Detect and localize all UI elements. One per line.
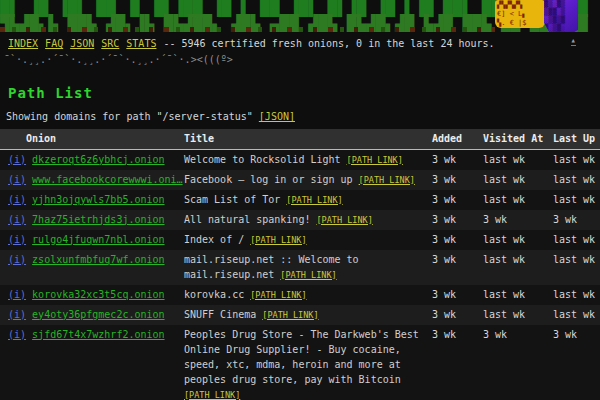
onion-link[interactable]: korovka32xc3t5cq.onion — [32, 289, 164, 300]
info-link[interactable]: (i) — [8, 174, 26, 185]
subtitle-text: Showing domains for path "/server-status… — [6, 111, 253, 122]
info-link[interactable]: (i) — [8, 254, 26, 265]
site-title: All natural spanking! — [184, 214, 316, 225]
onion-cell: (i) rulgo4jfuqwn7nbl.onion — [0, 230, 184, 250]
onion-cell: (i) sjfd67t4x7wzhrf2.onion — [0, 325, 184, 400]
title-cell: All natural spanking! [PATH LINK] — [184, 210, 428, 230]
onion-cell: (i) korovka32xc3t5cq.onion — [0, 285, 184, 305]
table-header-row: Onion Title Added Visited At Last Up — [0, 129, 600, 149]
nav-link-index[interactable]: INDEX — [8, 38, 38, 49]
added-cell: 3 wk — [428, 250, 483, 285]
onion-link[interactable]: www.facebookcorewwwi.oni… — [32, 174, 183, 185]
table-row: (i) www.facebookcorewwwi.oni…Facebook – … — [0, 170, 600, 190]
title-cell: Facebook – log in or sign up [PATH LINK] — [184, 170, 428, 190]
lastup-cell: last wk — [553, 230, 600, 250]
info-link[interactable]: (i) — [8, 154, 26, 165]
info-link[interactable]: (i) — [8, 309, 26, 320]
lastup-cell: last wk — [553, 285, 600, 305]
table-row: (i) korovka32xc3t5cq.onionkorovka.cc [PA… — [0, 285, 600, 305]
subtitle: Showing domains for path "/server-status… — [6, 110, 600, 123]
table-row: (i) sjfd67t4x7wzhrf2.onionPeoples Drug S… — [0, 325, 600, 400]
banner-flecks-art — [0, 27, 495, 32]
path-link[interactable]: [PATH LINK] — [316, 215, 372, 225]
nav-link-faq[interactable]: FAQ — [45, 38, 63, 49]
banner-ascii-art: █▌ ▐█ ▐█▌ ██ ▐▌ █▌▐██ ▐█ ▌ ██ ▐█▌ █▌▐█ ▐… — [0, 0, 600, 32]
path-link[interactable]: [PATH LINK] — [250, 290, 306, 300]
onion-cell: (i) zsolxunfmbfuq7wf.onion — [0, 250, 184, 285]
lastup-cell: 3 wk — [553, 210, 600, 230]
path-link[interactable]: [PATH LINK] — [286, 195, 342, 205]
info-link[interactable]: (i) — [8, 234, 26, 245]
table-row: (i) rulgo4jfuqwn7nbl.onionIndex of / [PA… — [0, 230, 600, 250]
info-link[interactable]: (i) — [8, 289, 26, 300]
site-title: Facebook – log in or sign up — [184, 174, 359, 185]
path-link[interactable]: [PATH LINK] — [262, 310, 318, 320]
path-link[interactable]: [PATH LINK] — [347, 155, 403, 165]
table-row: (i) 7haz75ietrhjds3j.onionAll natural sp… — [0, 210, 600, 230]
onion-count-status: -- 5946 certified fresh onions, 0 in the… — [163, 38, 494, 49]
fish-ascii-art: ¯`·.¸¸.·´¯`·.¸¸.·´¯`·.¸¸.·´¯`·.><(((º> — [4, 53, 600, 67]
onion-cell: (i) www.facebookcorewwwi.oni… — [0, 170, 184, 190]
path-link[interactable]: [PATH LINK] — [280, 270, 336, 280]
lastup-cell: last wk — [553, 190, 600, 210]
nav-links: INDEXFAQJSONSRCSTATS — [8, 38, 163, 49]
table-row: (i) yjhn3ojqywls7bb5.onionScam List of T… — [0, 190, 600, 210]
added-cell: 3 wk — [428, 230, 483, 250]
lastup-cell: last wk — [553, 305, 600, 325]
added-cell: 3 wk — [428, 170, 483, 190]
visited-cell: last wk — [483, 190, 553, 210]
table-row: (i) zsolxunfmbfuq7wf.onionmail.riseup.ne… — [0, 250, 600, 285]
title-cell: Peoples Drug Store - The Darkweb's Best … — [184, 325, 428, 400]
lastup-cell: last wk — [553, 149, 600, 170]
site-title: SNUFF Cinema — [184, 309, 262, 320]
onion-link[interactable]: zsolxunfmbfuq7wf.onion — [32, 254, 164, 265]
added-cell: 3 wk — [428, 285, 483, 305]
onion-link[interactable]: ey4oty36pfgmec2c.onion — [32, 309, 164, 320]
page: █▌ ▐█ ▐█▌ ██ ▐▌ █▌▐██ ▐█ ▌ ██ ▐█▌ █▌▐█ ▐… — [0, 0, 600, 400]
added-cell: 3 wk — [428, 149, 483, 170]
added-cell: 3 wk — [428, 325, 483, 400]
site-title: Peoples Drug Store - The Darkweb's Best … — [184, 329, 419, 385]
title-cell: korovka.cc [PATH LINK] — [184, 285, 428, 305]
column-header-onion: Onion — [0, 129, 184, 149]
onion-link[interactable]: sjfd67t4x7wzhrf2.onion — [32, 329, 164, 340]
site-title: Welcome to Rocksolid Light — [184, 154, 347, 165]
onion-cell: (i) 7haz75ietrhjds3j.onion — [0, 210, 184, 230]
nav-link-json[interactable]: JSON — [70, 38, 94, 49]
added-cell: 3 wk — [428, 305, 483, 325]
nav-link-stats[interactable]: STATS — [126, 38, 156, 49]
table-row: (i) ey4oty36pfgmec2c.onionSNUFF Cinema [… — [0, 305, 600, 325]
nav-link-src[interactable]: SRC — [101, 38, 119, 49]
lastup-cell: 3 wk — [553, 325, 600, 400]
onion-link[interactable]: yjhn3ojqywls7bb5.onion — [32, 194, 164, 205]
top-nav: INDEXFAQJSONSRCSTATS-- 5946 certified fr… — [8, 37, 600, 51]
info-link[interactable]: (i) — [8, 214, 26, 225]
site-title: Index of / — [184, 234, 250, 245]
path-link[interactable]: [PATH LINK] — [250, 235, 306, 245]
onion-link[interactable]: 7haz75ietrhjds3j.onion — [32, 214, 164, 225]
json-link[interactable]: [JSON] — [259, 111, 295, 122]
info-link[interactable]: (i) — [8, 329, 26, 340]
title-cell: Index of / [PATH LINK] — [184, 230, 428, 250]
lastup-cell: last wk — [553, 250, 600, 285]
onion-cell: (i) yjhn3ojqywls7bb5.onion — [0, 190, 184, 210]
path-link[interactable]: [PATH LINK] — [359, 175, 415, 185]
visited-cell: last wk — [483, 285, 553, 305]
onion-cell: (i) dkzeroqt6z6ybhcj.onion — [0, 149, 184, 170]
onion-table: Onion Title Added Visited At Last Up (i)… — [0, 129, 600, 400]
added-cell: 3 wk — [428, 190, 483, 210]
added-cell: 3 wk — [428, 210, 483, 230]
title-cell: Scam List of Tor [PATH LINK] — [184, 190, 428, 210]
visited-cell: last wk — [483, 170, 553, 190]
onion-table-body: (i) dkzeroqt6z6ybhcj.onionWelcome to Roc… — [0, 149, 600, 400]
onion-link[interactable]: dkzeroqt6z6ybhcj.onion — [32, 154, 164, 165]
title-cell: mail.riseup.net :: Welcome to mail.riseu… — [184, 250, 428, 285]
info-link[interactable]: (i) — [8, 194, 26, 205]
onion-link[interactable]: rulgo4jfuqwn7nbl.onion — [32, 234, 164, 245]
column-header-title: Title — [184, 129, 428, 149]
purple-ascii-art: ▓▒░▓▒ ▒▓▓░▒ ░▒▓▒▓ ▓░▒▓░ — [544, 0, 578, 32]
visited-cell: 3 wk — [483, 210, 553, 230]
path-link[interactable]: [PATH LINK] — [184, 390, 240, 400]
column-header-visited: Visited At — [483, 129, 553, 149]
lastup-cell: last wk — [553, 170, 600, 190]
